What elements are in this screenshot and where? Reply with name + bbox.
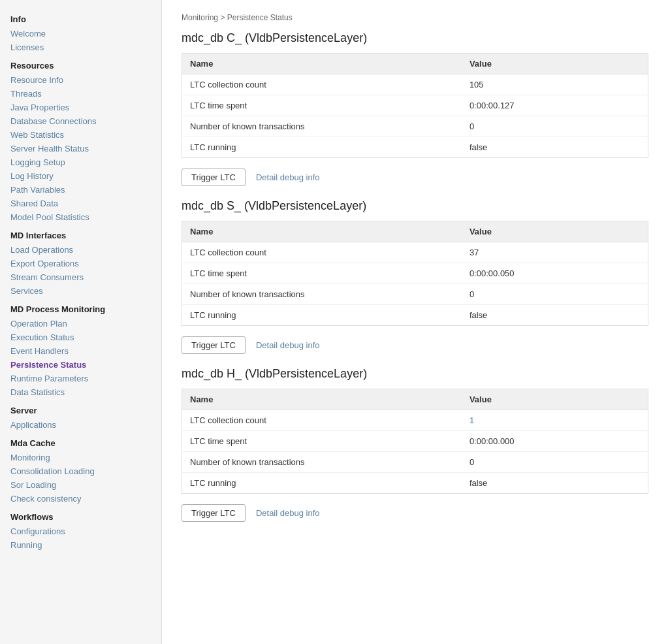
row-name-3-table-0: LTC running xyxy=(182,137,462,158)
sidebar-item-configurations[interactable]: Configurations xyxy=(0,524,161,538)
data-table-0: NameValueLTC collection count105LTC time… xyxy=(182,53,648,158)
sidebar-item-licenses[interactable]: Licenses xyxy=(0,40,161,54)
sidebar-item-load-operations[interactable]: Load Operations xyxy=(0,243,161,257)
sidebar-item-data-statistics[interactable]: Data Statistics xyxy=(0,385,161,399)
sidebar-item-event-handlers[interactable]: Event Handlers xyxy=(0,344,161,358)
db-title-2: mdc_db H_ (VldbPersistenceLayer) xyxy=(182,367,648,381)
data-table-1: NameValueLTC collection count37LTC time … xyxy=(182,221,648,326)
sidebar-item-web-statistics[interactable]: Web Statistics xyxy=(0,128,161,142)
sidebar-section-md-interfaces: MD Interfaces xyxy=(0,224,161,243)
sidebar-item-log-history[interactable]: Log History xyxy=(0,169,161,183)
sidebar-item-monitoring[interactable]: Monitoring xyxy=(0,451,161,464)
breadcrumb-current: Persistence Status xyxy=(227,13,293,22)
sidebar-item-server-health-status[interactable]: Server Health Status xyxy=(0,142,161,155)
sidebar-section-md-process-monitoring: MD Process Monitoring xyxy=(0,298,161,317)
db-title-0: mdc_db C_ (VldbPersistenceLayer) xyxy=(182,31,648,45)
action-row-1: Trigger LTCDetail debug info xyxy=(182,336,648,354)
sidebar-item-execution-status[interactable]: Execution Status xyxy=(0,330,161,344)
sidebar-section-workflows: Workflows xyxy=(0,506,161,524)
row-name-0-table-1: LTC collection count xyxy=(182,242,462,263)
table-row: Number of known transactions0 xyxy=(182,452,648,473)
sidebar-item-welcome[interactable]: Welcome xyxy=(0,27,161,40)
sidebar-item-applications[interactable]: Applications xyxy=(0,418,161,432)
row-value-1-table-0: 0:00:00.127 xyxy=(462,95,648,116)
sidebar-section-mda-cache: Mda Cache xyxy=(0,432,161,451)
table-row: Number of known transactions0 xyxy=(182,116,648,137)
row-name-1-table-2: LTC time spent xyxy=(182,431,462,452)
table-row: LTC time spent0:00:00.127 xyxy=(182,95,648,116)
row-name-3-table-2: LTC running xyxy=(182,473,462,494)
db-section-0: mdc_db C_ (VldbPersistenceLayer)NameValu… xyxy=(182,31,648,186)
row-name-1-table-1: LTC time spent xyxy=(182,263,462,284)
sidebar-item-services[interactable]: Services xyxy=(0,284,161,298)
sidebar-item-stream-consumers[interactable]: Stream Consumers xyxy=(0,270,161,284)
table-row: LTC runningfalse xyxy=(182,305,648,326)
row-value-0-table-2[interactable]: 1 xyxy=(462,410,648,431)
table-row: LTC runningfalse xyxy=(182,137,648,158)
table-row: LTC collection count1 xyxy=(182,410,648,431)
sidebar-section-resources: Resources xyxy=(0,54,161,73)
table-row: LTC runningfalse xyxy=(182,473,648,494)
table-row: LTC time spent0:00:00.000 xyxy=(182,431,648,452)
sidebar-section-info: Info xyxy=(0,8,161,27)
sidebar-item-logging-setup[interactable]: Logging Setup xyxy=(0,155,161,169)
col-header-1-table-2: Value xyxy=(462,389,648,410)
db-title-1: mdc_db S_ (VldbPersistenceLayer) xyxy=(182,199,648,213)
col-header-1-table-0: Value xyxy=(462,54,648,74)
sidebar-item-sor-loading[interactable]: Sor Loading xyxy=(0,478,161,492)
row-name-0-table-0: LTC collection count xyxy=(182,74,462,95)
table-row: LTC time spent0:00:00.050 xyxy=(182,263,648,284)
debug-info-link-2[interactable]: Detail debug info xyxy=(256,508,320,518)
trigger-ltc-button-0[interactable]: Trigger LTC xyxy=(182,169,246,186)
row-name-2-table-1: Number of known transactions xyxy=(182,284,462,305)
row-value-0-table-1: 37 xyxy=(462,242,648,263)
breadcrumb: Monitoring > Persistence Status xyxy=(182,13,648,22)
sidebar-item-model-pool-statistics[interactable]: Model Pool Statistics xyxy=(0,210,161,224)
row-value-1-table-2: 0:00:00.000 xyxy=(462,431,648,452)
action-row-0: Trigger LTCDetail debug info xyxy=(182,169,648,186)
row-name-1-table-0: LTC time spent xyxy=(182,95,462,116)
row-value-0-table-0: 105 xyxy=(462,74,648,95)
row-value-2-table-0: 0 xyxy=(462,116,648,137)
sidebar-item-check-consistency[interactable]: Check consistency xyxy=(0,492,161,506)
breadcrumb-monitoring[interactable]: Monitoring xyxy=(182,13,218,22)
table-row: LTC collection count105 xyxy=(182,74,648,95)
db-section-2: mdc_db H_ (VldbPersistenceLayer)NameValu… xyxy=(182,367,648,522)
trigger-ltc-button-1[interactable]: Trigger LTC xyxy=(182,336,246,354)
row-value-3-table-0: false xyxy=(462,137,648,158)
action-row-2: Trigger LTCDetail debug info xyxy=(182,504,648,522)
sidebar-item-shared-data[interactable]: Shared Data xyxy=(0,197,161,210)
row-name-0-table-2: LTC collection count xyxy=(182,410,462,431)
row-name-2-table-2: Number of known transactions xyxy=(182,452,462,473)
sidebar-item-operation-plan[interactable]: Operation Plan xyxy=(0,317,161,330)
row-value-3-table-2: false xyxy=(462,473,648,494)
row-value-1-table-1: 0:00:00.050 xyxy=(462,263,648,284)
sidebar-item-path-variables[interactable]: Path Variables xyxy=(0,183,161,197)
row-name-3-table-1: LTC running xyxy=(182,305,462,326)
col-header-0-table-2: Name xyxy=(182,389,462,410)
sidebar-item-runtime-parameters[interactable]: Runtime Parameters xyxy=(0,372,161,385)
sidebar-item-consolidation-loading[interactable]: Consolidation Loading xyxy=(0,464,161,478)
col-header-1-table-1: Value xyxy=(462,221,648,242)
sidebar-item-persistence-status[interactable]: Persistence Status xyxy=(0,358,161,372)
sidebar-item-database-connections[interactable]: Database Connections xyxy=(0,114,161,128)
sidebar: InfoWelcomeLicensesResourcesResource Inf… xyxy=(0,0,162,644)
main-content: Monitoring > Persistence Status mdc_db C… xyxy=(162,0,668,644)
db-sections: mdc_db C_ (VldbPersistenceLayer)NameValu… xyxy=(182,31,648,522)
sidebar-item-resource-info[interactable]: Resource Info xyxy=(0,73,161,87)
sidebar-item-export-operations[interactable]: Export Operations xyxy=(0,257,161,270)
sidebar-section-server: Server xyxy=(0,399,161,418)
trigger-ltc-button-2[interactable]: Trigger LTC xyxy=(182,504,246,522)
table-row: LTC collection count37 xyxy=(182,242,648,263)
sidebar-item-threads[interactable]: Threads xyxy=(0,87,161,101)
row-name-2-table-0: Number of known transactions xyxy=(182,116,462,137)
debug-info-link-0[interactable]: Detail debug info xyxy=(256,172,320,182)
breadcrumb-separator: > xyxy=(220,13,227,22)
sidebar-item-java-properties[interactable]: Java Properties xyxy=(0,101,161,114)
table-row: Number of known transactions0 xyxy=(182,284,648,305)
debug-info-link-1[interactable]: Detail debug info xyxy=(256,340,320,350)
col-header-0-table-0: Name xyxy=(182,54,462,74)
sidebar-item-running[interactable]: Running xyxy=(0,538,161,552)
db-section-1: mdc_db S_ (VldbPersistenceLayer)NameValu… xyxy=(182,199,648,354)
row-value-3-table-1: false xyxy=(462,305,648,326)
